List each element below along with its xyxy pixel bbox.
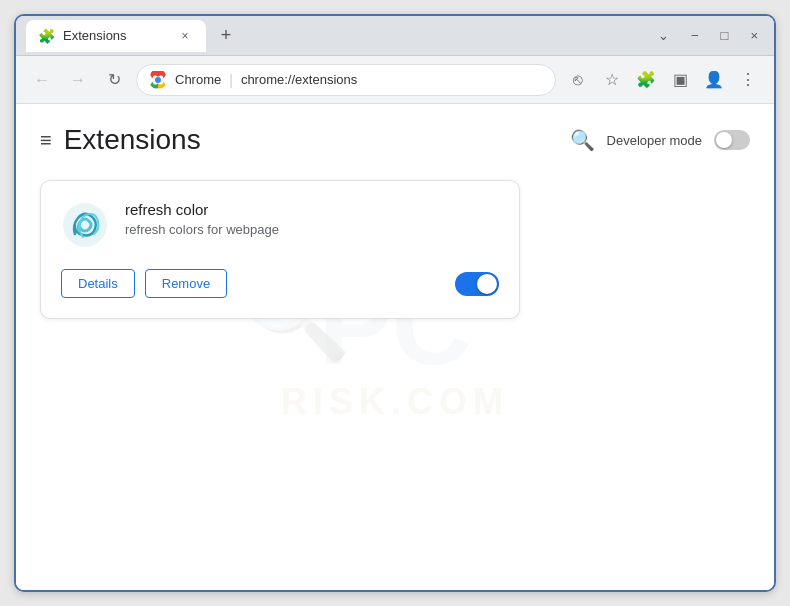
extensions-title-group: ≡ Extensions [40,124,201,156]
url-separator: | [229,72,233,88]
menu-icon[interactable]: ⋮ [734,66,762,94]
forward-button[interactable]: → [64,66,92,94]
header-right: 🔍 Developer mode [570,128,750,152]
extensions-icon[interactable]: 🧩 [632,66,660,94]
address-bar: ← → ↻ Chrome | chrome://extensions ⎋ ☆ 🧩… [16,56,774,104]
details-button[interactable]: Details [61,269,135,298]
search-icon[interactable]: 🔍 [570,128,595,152]
title-bar: 🧩 Extensions × + ⌄ − □ × [16,16,774,56]
extension-toggle[interactable] [455,272,499,296]
reload-button[interactable]: ↻ [100,66,128,94]
extension-icon [61,201,109,249]
tab-title: Extensions [63,28,127,43]
maximize-button[interactable]: □ [715,26,735,45]
bookmark-icon[interactable]: ☆ [598,66,626,94]
chrome-logo-icon [149,71,167,89]
share-icon[interactable]: ⎋ [564,66,592,94]
tab-close-button[interactable]: × [176,27,194,45]
window-controls: ⌄ − □ × [652,26,764,45]
extension-description: refresh colors for webpage [125,222,499,237]
extension-info: refresh color refresh colors for webpage [125,201,499,237]
watermark-text: RISK.COM [281,381,509,423]
toolbar-icons: ⎋ ☆ 🧩 ▣ 👤 ⋮ [564,66,762,94]
browser-window: 🧩 Extensions × + ⌄ − □ × ← → ↻ Chrome | … [14,14,776,592]
url-bar[interactable]: Chrome | chrome://extensions [136,64,556,96]
page-content: P C 🔍 RISK.COM ≡ Extensions 🔍 Developer … [16,104,774,590]
chrome-site-name: Chrome [175,72,221,87]
extensions-page: ≡ Extensions 🔍 Developer mode [16,104,774,339]
sidebar-icon[interactable]: ▣ [666,66,694,94]
extension-name: refresh color [125,201,499,218]
card-top: refresh color refresh colors for webpage [61,201,499,249]
developer-mode-label: Developer mode [607,133,702,148]
card-actions: Details Remove [61,269,499,298]
extensions-header: ≡ Extensions 🔍 Developer mode [40,124,750,156]
close-button[interactable]: × [744,26,764,45]
tab-extension-icon: 🧩 [38,28,55,44]
hamburger-menu-icon[interactable]: ≡ [40,129,52,152]
toggle-on-knob [477,274,497,294]
chevron-down-icon[interactable]: ⌄ [652,26,675,45]
remove-button[interactable]: Remove [145,269,227,298]
minimize-button[interactable]: − [685,26,705,45]
browser-tab[interactable]: 🧩 Extensions × [26,20,206,52]
url-display: chrome://extensions [241,72,357,87]
svg-point-1 [63,203,107,247]
toggle-knob [716,132,732,148]
profile-icon[interactable]: 👤 [700,66,728,94]
extension-toggle-on[interactable] [455,272,499,296]
new-tab-button[interactable]: + [212,22,240,50]
back-button[interactable]: ← [28,66,56,94]
extension-card: refresh color refresh colors for webpage… [40,180,520,319]
developer-mode-toggle[interactable] [714,130,750,150]
page-title: Extensions [64,124,201,156]
svg-point-0 [155,77,161,83]
